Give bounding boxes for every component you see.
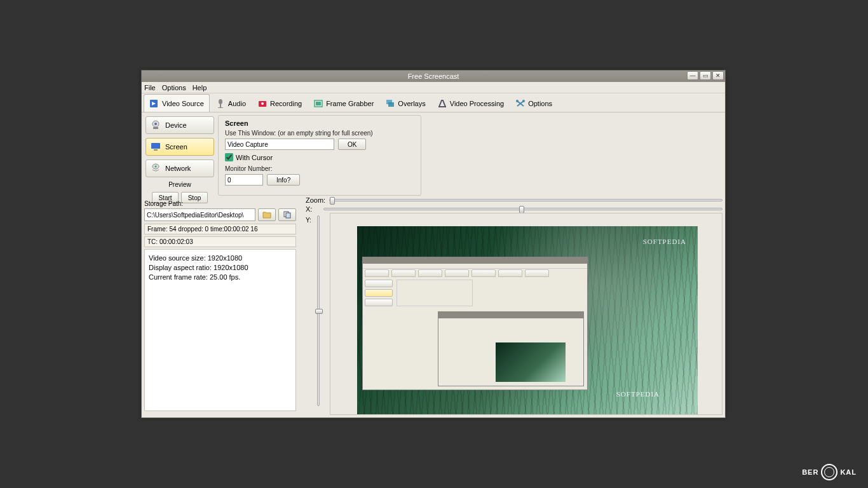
y-slider-thumb[interactable] <box>315 309 323 314</box>
app-window: Free Screencast — ▭ ✕ File Options Help … <box>141 70 726 418</box>
preview-label: Preview <box>146 181 214 188</box>
screen-group-title: Screen <box>225 119 414 127</box>
x-slider[interactable] <box>323 208 722 210</box>
close-button[interactable]: ✕ <box>712 71 724 80</box>
tab-frame-grabber[interactable]: Frame Grabber <box>308 94 379 112</box>
svg-rect-8 <box>316 102 321 105</box>
with-cursor-label: With Cursor <box>236 154 273 161</box>
ok-button[interactable]: OK <box>338 139 366 150</box>
svg-rect-18 <box>154 149 158 151</box>
window-title: Free Screencast <box>408 72 459 80</box>
svg-point-13 <box>522 100 525 102</box>
screen-group: Screen Use This Window: (or an empty str… <box>218 115 421 196</box>
svg-point-15 <box>154 123 157 125</box>
svg-rect-4 <box>218 107 223 108</box>
y-slider[interactable] <box>317 215 320 406</box>
tab-overlays[interactable]: Overlays <box>379 94 431 112</box>
svg-point-12 <box>516 100 519 102</box>
frame-grabber-icon <box>313 98 323 109</box>
nested-window <box>362 257 588 390</box>
menu-help[interactable]: Help <box>193 84 207 92</box>
storage-path-input[interactable] <box>144 208 255 221</box>
video-processing-icon <box>437 98 447 109</box>
left-info-column: Storage Path: Frame: 54 dropped: 0 time:… <box>144 200 296 411</box>
source-screen-button[interactable]: Screen <box>146 138 214 156</box>
info-video-size: Video source size: 1920x1080 <box>149 254 292 263</box>
recording-icon <box>257 98 268 109</box>
options-icon <box>515 98 526 109</box>
use-window-label: Use This Window: (or an empty string for… <box>225 130 414 137</box>
nested-window-2 <box>438 311 584 386</box>
y-label: Y: <box>306 217 311 224</box>
svg-rect-10 <box>388 102 394 107</box>
titlebar: Free Screencast — ▭ ✕ <box>142 71 725 82</box>
info-box: Video source size: 1920x1080 Display asp… <box>144 249 296 411</box>
tab-video-processing[interactable]: Video Processing <box>431 94 510 112</box>
overlays-icon <box>385 98 395 109</box>
captured-screen-image: SOFTPEDIA SOFTPEDIA <box>357 226 698 415</box>
tab-bar: Video Source Audio Recording Frame Grabb… <box>142 93 725 112</box>
video-source-icon <box>149 98 159 109</box>
source-network-button[interactable]: Network <box>146 159 214 177</box>
zoom-slider[interactable] <box>329 199 722 201</box>
copy-icon <box>283 211 292 219</box>
svg-rect-16 <box>153 127 158 129</box>
svg-rect-11 <box>438 106 446 107</box>
menu-options[interactable]: Options <box>162 84 186 92</box>
fingerprint-icon <box>821 464 837 480</box>
network-cam-icon <box>150 163 161 173</box>
minimize-button[interactable]: — <box>687 71 698 80</box>
svg-point-20 <box>155 166 157 168</box>
info-button[interactable]: Info? <box>267 174 300 186</box>
svg-point-2 <box>219 99 222 104</box>
preview-canvas: SOFTPEDIA SOFTPEDIA <box>330 213 722 415</box>
copy-path-button[interactable] <box>278 208 296 221</box>
microphone-icon <box>215 98 226 109</box>
tab-audio[interactable]: Audio <box>210 94 252 112</box>
tab-recording[interactable]: Recording <box>252 94 308 112</box>
svg-rect-17 <box>151 143 160 149</box>
svg-rect-22 <box>286 213 290 218</box>
browse-folder-button[interactable] <box>258 208 276 221</box>
with-cursor-checkbox[interactable] <box>225 153 233 161</box>
frame-status: Frame: 54 dropped: 0 time:00:00:02 16 <box>144 224 296 234</box>
webcam-icon <box>150 120 161 130</box>
svg-rect-3 <box>220 104 221 107</box>
menubar: File Options Help <box>142 82 725 93</box>
timecode-status: TC: 00:00:02:03 <box>144 236 296 247</box>
maximize-button[interactable]: ▭ <box>700 71 711 80</box>
preview-area: Zoom: X: Y: SOFTPEDIA SOFTPEDIA <box>306 196 722 415</box>
monitor-number-label: Monitor Number: <box>225 165 414 172</box>
svg-point-6 <box>261 102 264 105</box>
info-frame-rate: Current frame rate: 25.00 fps. <box>149 273 292 282</box>
menu-file[interactable]: File <box>144 84 156 92</box>
info-aspect-ratio: Display aspect ratio: 1920x1080 <box>149 263 292 273</box>
watermark-bottom: SOFTPEDIA <box>616 390 660 398</box>
watermark-top: SOFTPEDIA <box>643 238 686 245</box>
tab-options[interactable]: Options <box>510 94 558 112</box>
x-label: X: <box>306 205 320 213</box>
storage-path-label: Storage Path: <box>144 200 296 207</box>
watermark-brand: BERKAL <box>802 464 857 480</box>
zoom-label: Zoom: <box>306 196 325 204</box>
zoom-slider-thumb[interactable] <box>330 197 335 205</box>
monitor-icon <box>150 142 161 152</box>
monitor-number-input[interactable] <box>225 174 263 186</box>
source-device-button[interactable]: Device <box>146 116 214 134</box>
folder-icon <box>262 211 271 219</box>
window-name-input[interactable] <box>225 139 334 150</box>
tab-video-source[interactable]: Video Source <box>144 94 210 112</box>
